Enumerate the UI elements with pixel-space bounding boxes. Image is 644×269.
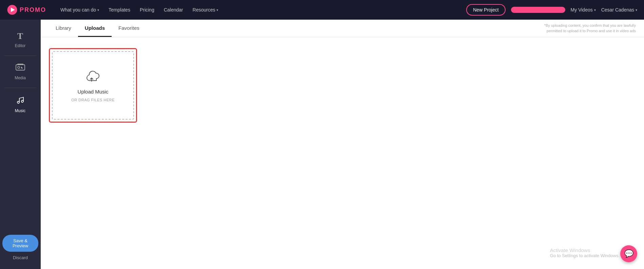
tab-favorites[interactable]: Favorites: [112, 20, 146, 37]
upgrade-button[interactable]: [511, 7, 565, 13]
logo[interactable]: PROMO: [7, 4, 46, 15]
upload-container: Upload Music OR DRAG FILES HERE: [41, 37, 644, 269]
music-icon: [16, 96, 25, 106]
user-menu[interactable]: Cesar Cadenas ▾: [601, 7, 637, 13]
upload-label: Upload Music: [78, 89, 109, 95]
main-layout: T Editor Media: [0, 20, 644, 269]
discard-button[interactable]: Discard: [11, 253, 30, 262]
nav-templates[interactable]: Templates: [105, 5, 134, 15]
media-icon: [16, 63, 25, 74]
sidebar-item-media[interactable]: Media: [0, 59, 40, 85]
my-videos-link[interactable]: My Videos ▾: [571, 7, 596, 13]
cloud-upload-icon: [84, 69, 102, 85]
upload-drop-zone-wrapper: Upload Music OR DRAG FILES HERE: [49, 48, 137, 123]
chevron-down-icon: ▾: [216, 8, 218, 12]
sidebar-bottom: Save & Preview Discard: [0, 235, 41, 269]
nav-pricing[interactable]: Pricing: [136, 5, 158, 15]
nav-resources[interactable]: Resources ▾: [189, 5, 222, 15]
text-icon: T: [17, 31, 23, 41]
logo-text: PROMO: [20, 6, 46, 14]
chevron-down-icon: ▾: [97, 8, 99, 12]
chat-icon: 💬: [624, 249, 633, 258]
upload-sublabel: OR DRAG FILES HERE: [71, 98, 115, 102]
sidebar-label-music: Music: [15, 108, 25, 113]
nav-what-you-can-do[interactable]: What you can do ▾: [57, 5, 102, 15]
upload-drop-zone[interactable]: Upload Music OR DRAG FILES HERE: [52, 51, 134, 120]
sidebar-label-editor: Editor: [15, 43, 25, 48]
chevron-down-icon: ▾: [636, 8, 637, 12]
nav-right: New Project My Videos ▾ Cesar Cadenas ▾: [466, 4, 637, 16]
tabs-bar: Library Uploads Favorites *By uploading …: [41, 20, 644, 37]
nav-calendar[interactable]: Calendar: [160, 5, 187, 15]
content-area: Library Uploads Favorites *By uploading …: [41, 20, 644, 269]
nav-links: What you can do ▾ Templates Pricing Cale…: [57, 5, 458, 15]
save-preview-button[interactable]: Save & Preview: [2, 235, 38, 252]
svg-rect-3: [17, 64, 23, 64]
sidebar-divider-2: [4, 88, 36, 88]
sidebar-item-music[interactable]: Music: [0, 91, 40, 118]
sidebar-item-editor[interactable]: T Editor: [0, 26, 40, 53]
svg-point-5: [17, 101, 19, 103]
sidebar-divider: [4, 56, 36, 56]
tab-uploads[interactable]: Uploads: [78, 20, 112, 37]
svg-point-4: [18, 66, 20, 68]
new-project-button[interactable]: New Project: [466, 4, 505, 16]
chat-bubble-button[interactable]: 💬: [620, 245, 637, 262]
upload-notice: *By uploading content, you confirm that …: [534, 23, 636, 34]
tab-library[interactable]: Library: [49, 20, 78, 37]
navbar: PROMO What you can do ▾ Templates Pricin…: [0, 0, 644, 20]
sidebar-label-media: Media: [15, 76, 26, 80]
svg-rect-2: [16, 65, 25, 70]
tabs: Library Uploads Favorites: [49, 20, 146, 37]
chevron-down-icon: ▾: [594, 8, 596, 12]
sidebar: T Editor Media: [0, 20, 41, 269]
